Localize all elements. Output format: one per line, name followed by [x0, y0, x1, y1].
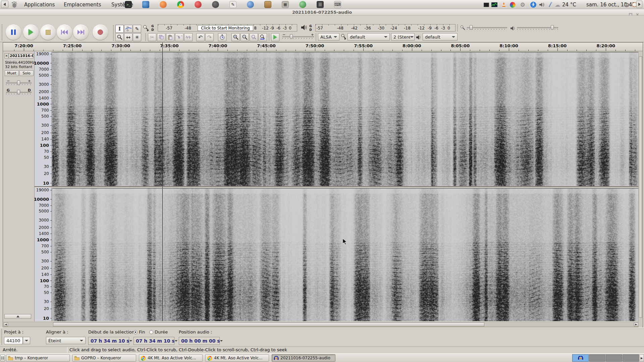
input-device-select[interactable]: default	[347, 33, 390, 41]
window-titlebar[interactable]: 20211016-072255-audio	[0, 9, 644, 15]
output-device-select[interactable]: default	[423, 33, 458, 41]
horizontal-scrollbar-thumb[interactable]	[53, 322, 484, 326]
transport-toolbar-grip[interactable]	[1, 24, 3, 41]
copy-button[interactable]	[157, 33, 165, 41]
draw-tool-button[interactable]: ✎	[133, 25, 141, 33]
edit-toolbar-grip[interactable]	[145, 33, 147, 41]
track-close-button[interactable]: ✕	[4, 53, 9, 58]
menu-item[interactable]	[67, 18, 72, 20]
track-control-panel[interactable]: ✕ 20211016-0 Stéréo,44100Hz 32 bits flot…	[3, 52, 35, 321]
timeshift-tool-button[interactable]: ↔	[124, 33, 132, 41]
menu-launcher-icon[interactable]: ☰	[317, 1, 324, 8]
snap-select[interactable]: Éteint	[46, 337, 86, 344]
system-monitor-icon[interactable]	[491, 1, 498, 8]
vertical-scrollbar[interactable]	[638, 52, 642, 330]
monitoring-tooltip[interactable]: Click to Start Monitoring	[198, 25, 253, 31]
input-volume-slider[interactable]	[467, 24, 507, 31]
selection-tool-button[interactable]: I	[115, 25, 124, 33]
host-select[interactable]: ALSA	[318, 33, 339, 41]
browser-launcher-icon[interactable]	[142, 1, 149, 8]
track-name-dropdown[interactable]: 20211016-0	[9, 53, 34, 58]
record-meter[interactable]: Click to Start Monitoring -57-488-12-9-6…	[158, 24, 297, 32]
gnome-foot-icon[interactable]	[11, 1, 17, 8]
trim-audio-button[interactable]	[175, 33, 183, 41]
tools-tray-icon[interactable]: ⚙	[519, 1, 526, 8]
pause-button[interactable]	[6, 24, 21, 40]
project-rate-dropdown-button[interactable]	[23, 337, 30, 344]
play-at-speed-button[interactable]	[271, 33, 279, 41]
speed-thumb[interactable]	[290, 34, 293, 39]
playback-meter[interactable]: -57-48-42-36-30-24-18-12-9-6-30	[315, 24, 455, 32]
volume-tray-icon[interactable]	[539, 1, 545, 8]
panel-expand-button[interactable]	[636, 1, 642, 8]
fit-project-button[interactable]	[259, 33, 267, 41]
fit-selection-button[interactable]	[250, 33, 258, 41]
pan-slider[interactable]: G D	[6, 89, 32, 95]
cut-button[interactable]: ✂	[148, 33, 156, 41]
play-button[interactable]	[23, 24, 39, 40]
menu-item[interactable]	[19, 18, 24, 20]
scroll-left-arrow[interactable]: ◀	[4, 322, 8, 326]
input-volume-thumb[interactable]	[470, 25, 473, 30]
record-meter-mic-icon[interactable]: G D	[143, 25, 150, 33]
gain-thumb[interactable]	[17, 80, 20, 85]
timeline-ruler[interactable]: 7:20:007:25:007:30:007:35:007:40:007:45:…	[3, 43, 643, 51]
menu-item[interactable]	[27, 18, 32, 20]
skip-to-end-button[interactable]	[73, 24, 89, 40]
taskbar-window-button[interactable]: 4K Mt. Aso Active Volc...	[139, 354, 203, 362]
zoom-in-button[interactable]	[231, 33, 240, 41]
green-launcher-icon[interactable]	[299, 1, 306, 8]
menu-item[interactable]	[11, 18, 16, 20]
menu-item[interactable]	[43, 18, 48, 20]
selection-duration-radio[interactable]: Durée	[149, 329, 168, 335]
taskbar-window-button[interactable]: 20211016-072255-audio	[272, 354, 335, 362]
output-volume-slider[interactable]	[517, 24, 558, 31]
menu-item[interactable]	[3, 18, 8, 20]
envelope-tool-button[interactable]	[124, 25, 132, 33]
music-launcher-icon[interactable]	[160, 1, 167, 8]
skip-to-start-button[interactable]	[57, 24, 72, 40]
weather-station-icon[interactable]	[547, 1, 554, 8]
frequency-ruler-right-channel[interactable]: 1900010000700050003000200014001000700500…	[35, 188, 52, 321]
selection-toolbar-grip[interactable]	[1, 329, 3, 345]
pan-thumb[interactable]	[17, 90, 20, 95]
globe-launcher-icon[interactable]	[247, 1, 254, 8]
red-launcher-icon[interactable]	[195, 1, 202, 8]
editor-launcher-icon[interactable]: ✎	[229, 1, 236, 8]
redo-button[interactable]: ↷	[205, 33, 214, 41]
spectrogram-right-channel[interactable]	[52, 188, 639, 321]
gimp-tray-icon[interactable]	[623, 1, 630, 8]
scroll-right-arrow[interactable]: ▶	[634, 322, 638, 326]
playback-speed-slider[interactable]: − +	[282, 34, 314, 40]
selection-start-field[interactable]: 07 h 34 m 10 s	[88, 337, 129, 345]
close-button[interactable]	[636, 11, 639, 14]
track-collapse-button[interactable]	[4, 314, 31, 319]
undo-button[interactable]: ↶	[196, 33, 205, 41]
workspace-2[interactable]	[589, 354, 605, 362]
dark-launcher-icon[interactable]	[212, 1, 219, 8]
menu-systeme[interactable]: Système	[108, 0, 137, 9]
selection-end-radio[interactable]: Fin	[133, 329, 145, 335]
menu-applications[interactable]: Applications	[21, 0, 58, 9]
box-launcher-icon[interactable]	[264, 1, 271, 8]
spectrogram-left-channel[interactable]	[52, 52, 639, 186]
output-volume-thumb[interactable]	[551, 25, 554, 30]
vlc-tray-icon[interactable]	[500, 1, 507, 8]
timer-button[interactable]	[218, 33, 226, 41]
selection-end-field[interactable]: 07 h 34 m 10 s	[133, 337, 174, 345]
workspace-4[interactable]	[623, 354, 639, 362]
minimize-button[interactable]	[622, 11, 626, 14]
panel-collapse-button[interactable]	[1, 1, 8, 8]
terminal-launcher-icon[interactable]: >_	[125, 1, 132, 8]
workspace-1[interactable]	[572, 354, 589, 362]
audio-position-field[interactable]: 00 h 00 m 00 s	[179, 337, 220, 345]
solo-button[interactable]: Solo	[19, 70, 34, 76]
mixer-toolbar-grip[interactable]	[457, 24, 459, 32]
taskbar-window-button[interactable]: GOPRO – Konqueror	[72, 354, 136, 362]
project-rate-value[interactable]: 44100	[4, 337, 23, 344]
gain-slider[interactable]: − +	[6, 80, 32, 86]
menu-item[interactable]	[35, 18, 40, 20]
zoom-tool-button[interactable]	[115, 33, 124, 41]
color-wheel-icon[interactable]	[509, 1, 516, 8]
tools-toolbar-grip[interactable]	[113, 25, 114, 41]
